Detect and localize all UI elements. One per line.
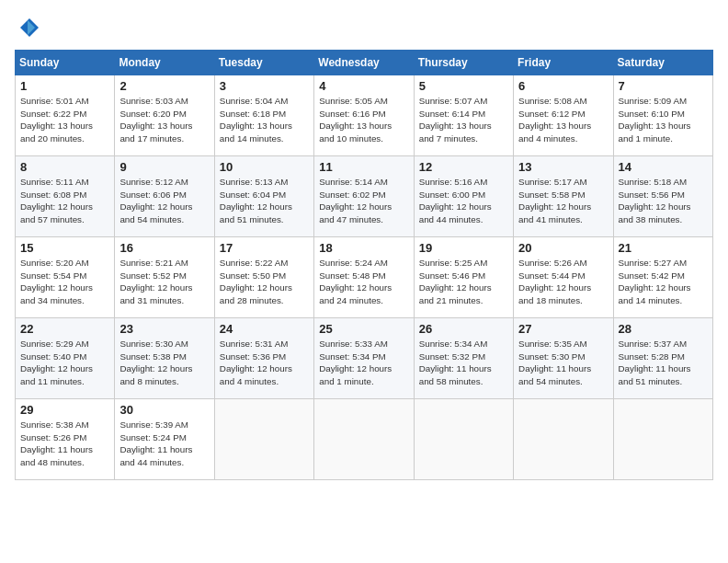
calendar-day-24: 24Sunrise: 5:31 AMSunset: 5:36 PMDayligh… (214, 318, 313, 399)
day-info: Sunrise: 5:03 AMSunset: 6:20 PMDaylight:… (119, 95, 209, 145)
calendar-day-3: 3Sunrise: 5:04 AMSunset: 6:18 PMDaylight… (214, 75, 313, 156)
calendar-day-18: 18Sunrise: 5:24 AMSunset: 5:48 PMDayligh… (314, 237, 414, 318)
weekday-header-saturday: Saturday (613, 51, 712, 75)
calendar-header-row: SundayMondayTuesdayWednesdayThursdayFrid… (16, 51, 713, 75)
day-info: Sunrise: 5:16 AMSunset: 6:00 PMDaylight:… (419, 176, 508, 226)
day-info: Sunrise: 5:30 AMSunset: 5:38 PMDaylight:… (119, 338, 209, 388)
day-number: 27 (518, 322, 608, 336)
day-info: Sunrise: 5:21 AMSunset: 5:52 PMDaylight:… (119, 257, 209, 307)
calendar-day-27: 27Sunrise: 5:35 AMSunset: 5:30 PMDayligh… (514, 318, 613, 399)
day-info: Sunrise: 5:13 AMSunset: 6:04 PMDaylight:… (220, 176, 309, 226)
weekday-header-sunday: Sunday (16, 51, 115, 75)
day-number: 30 (119, 403, 209, 417)
calendar-day-26: 26Sunrise: 5:34 AMSunset: 5:32 PMDayligh… (414, 318, 513, 399)
calendar-day-16: 16Sunrise: 5:21 AMSunset: 5:52 PMDayligh… (115, 237, 214, 318)
day-number: 1 (20, 79, 109, 93)
day-number: 14 (619, 160, 708, 174)
calendar-day-22: 22Sunrise: 5:29 AMSunset: 5:40 PMDayligh… (16, 318, 115, 399)
calendar-day-19: 19Sunrise: 5:25 AMSunset: 5:46 PMDayligh… (414, 237, 513, 318)
calendar-day-29: 29Sunrise: 5:38 AMSunset: 5:26 PMDayligh… (16, 399, 115, 480)
day-number: 10 (220, 160, 309, 174)
day-info: Sunrise: 5:35 AMSunset: 5:30 PMDaylight:… (518, 338, 608, 388)
day-info: Sunrise: 5:38 AMSunset: 5:26 PMDaylight:… (20, 419, 109, 469)
day-info: Sunrise: 5:39 AMSunset: 5:24 PMDaylight:… (119, 419, 209, 469)
day-number: 23 (119, 322, 209, 336)
calendar-day-7: 7Sunrise: 5:09 AMSunset: 6:10 PMDaylight… (613, 75, 712, 156)
day-number: 22 (20, 322, 109, 336)
day-number: 2 (119, 79, 209, 93)
weekday-header-tuesday: Tuesday (214, 51, 313, 75)
calendar-day-1: 1Sunrise: 5:01 AMSunset: 6:22 PMDaylight… (16, 75, 115, 156)
day-number: 20 (518, 241, 608, 255)
calendar-day-13: 13Sunrise: 5:17 AMSunset: 5:58 PMDayligh… (514, 156, 613, 237)
day-info: Sunrise: 5:01 AMSunset: 6:22 PMDaylight:… (20, 95, 109, 145)
weekday-header-thursday: Thursday (414, 51, 513, 75)
calendar-day-6: 6Sunrise: 5:08 AMSunset: 6:12 PMDaylight… (514, 75, 613, 156)
day-info: Sunrise: 5:18 AMSunset: 5:56 PMDaylight:… (619, 176, 708, 226)
day-info: Sunrise: 5:24 AMSunset: 5:48 PMDaylight:… (319, 257, 408, 307)
day-number: 26 (419, 322, 508, 336)
calendar-empty-cell (514, 399, 613, 480)
calendar-table: SundayMondayTuesdayWednesdayThursdayFrid… (15, 50, 713, 480)
day-number: 3 (220, 79, 309, 93)
day-info: Sunrise: 5:22 AMSunset: 5:50 PMDaylight:… (220, 257, 309, 307)
calendar-day-23: 23Sunrise: 5:30 AMSunset: 5:38 PMDayligh… (115, 318, 214, 399)
day-info: Sunrise: 5:11 AMSunset: 6:08 PMDaylight:… (20, 176, 109, 226)
logo-image (15, 15, 42, 40)
day-info: Sunrise: 5:29 AMSunset: 5:40 PMDaylight:… (20, 338, 109, 388)
day-info: Sunrise: 5:08 AMSunset: 6:12 PMDaylight:… (518, 95, 608, 145)
calendar-empty-cell (214, 399, 313, 480)
calendar-day-8: 8Sunrise: 5:11 AMSunset: 6:08 PMDaylight… (16, 156, 115, 237)
calendar-day-9: 9Sunrise: 5:12 AMSunset: 6:06 PMDaylight… (115, 156, 214, 237)
calendar-day-10: 10Sunrise: 5:13 AMSunset: 6:04 PMDayligh… (214, 156, 313, 237)
logo (15, 15, 42, 40)
day-info: Sunrise: 5:34 AMSunset: 5:32 PMDaylight:… (419, 338, 508, 388)
day-number: 16 (119, 241, 209, 255)
calendar-day-28: 28Sunrise: 5:37 AMSunset: 5:28 PMDayligh… (613, 318, 712, 399)
day-info: Sunrise: 5:20 AMSunset: 5:54 PMDaylight:… (20, 257, 109, 307)
day-number: 18 (319, 241, 408, 255)
calendar-day-15: 15Sunrise: 5:20 AMSunset: 5:54 PMDayligh… (16, 237, 115, 318)
day-info: Sunrise: 5:31 AMSunset: 5:36 PMDaylight:… (220, 338, 309, 388)
day-info: Sunrise: 5:26 AMSunset: 5:44 PMDaylight:… (518, 257, 608, 307)
calendar-day-20: 20Sunrise: 5:26 AMSunset: 5:44 PMDayligh… (514, 237, 613, 318)
calendar-day-12: 12Sunrise: 5:16 AMSunset: 6:00 PMDayligh… (414, 156, 513, 237)
calendar-empty-cell (613, 399, 712, 480)
calendar-day-5: 5Sunrise: 5:07 AMSunset: 6:14 PMDaylight… (414, 75, 513, 156)
day-number: 4 (319, 79, 408, 93)
calendar-day-30: 30Sunrise: 5:39 AMSunset: 5:24 PMDayligh… (115, 399, 214, 480)
day-number: 6 (518, 79, 608, 93)
day-info: Sunrise: 5:37 AMSunset: 5:28 PMDaylight:… (619, 338, 708, 388)
day-number: 9 (119, 160, 209, 174)
day-info: Sunrise: 5:14 AMSunset: 6:02 PMDaylight:… (319, 176, 408, 226)
day-number: 13 (518, 160, 608, 174)
page-header (15, 15, 713, 40)
calendar-week-2: 8Sunrise: 5:11 AMSunset: 6:08 PMDaylight… (16, 156, 713, 237)
day-info: Sunrise: 5:04 AMSunset: 6:18 PMDaylight:… (220, 95, 309, 145)
day-info: Sunrise: 5:17 AMSunset: 5:58 PMDaylight:… (518, 176, 608, 226)
day-number: 25 (319, 322, 408, 336)
calendar-day-25: 25Sunrise: 5:33 AMSunset: 5:34 PMDayligh… (314, 318, 414, 399)
calendar-day-11: 11Sunrise: 5:14 AMSunset: 6:02 PMDayligh… (314, 156, 414, 237)
day-number: 24 (220, 322, 309, 336)
day-info: Sunrise: 5:27 AMSunset: 5:42 PMDaylight:… (619, 257, 708, 307)
day-info: Sunrise: 5:05 AMSunset: 6:16 PMDaylight:… (319, 95, 408, 145)
calendar-week-5: 29Sunrise: 5:38 AMSunset: 5:26 PMDayligh… (16, 399, 713, 480)
day-number: 29 (20, 403, 109, 417)
calendar-week-3: 15Sunrise: 5:20 AMSunset: 5:54 PMDayligh… (16, 237, 713, 318)
day-number: 12 (419, 160, 508, 174)
day-number: 21 (619, 241, 708, 255)
logo-icon (15, 15, 40, 40)
weekday-header-monday: Monday (115, 51, 214, 75)
calendar-empty-cell (314, 399, 414, 480)
calendar-day-17: 17Sunrise: 5:22 AMSunset: 5:50 PMDayligh… (214, 237, 313, 318)
day-info: Sunrise: 5:25 AMSunset: 5:46 PMDaylight:… (419, 257, 508, 307)
calendar-day-21: 21Sunrise: 5:27 AMSunset: 5:42 PMDayligh… (613, 237, 712, 318)
day-info: Sunrise: 5:33 AMSunset: 5:34 PMDaylight:… (319, 338, 408, 388)
day-number: 19 (419, 241, 508, 255)
day-number: 28 (619, 322, 708, 336)
calendar-empty-cell (414, 399, 513, 480)
calendar-week-1: 1Sunrise: 5:01 AMSunset: 6:22 PMDaylight… (16, 75, 713, 156)
day-number: 5 (419, 79, 508, 93)
weekday-header-wednesday: Wednesday (314, 51, 414, 75)
